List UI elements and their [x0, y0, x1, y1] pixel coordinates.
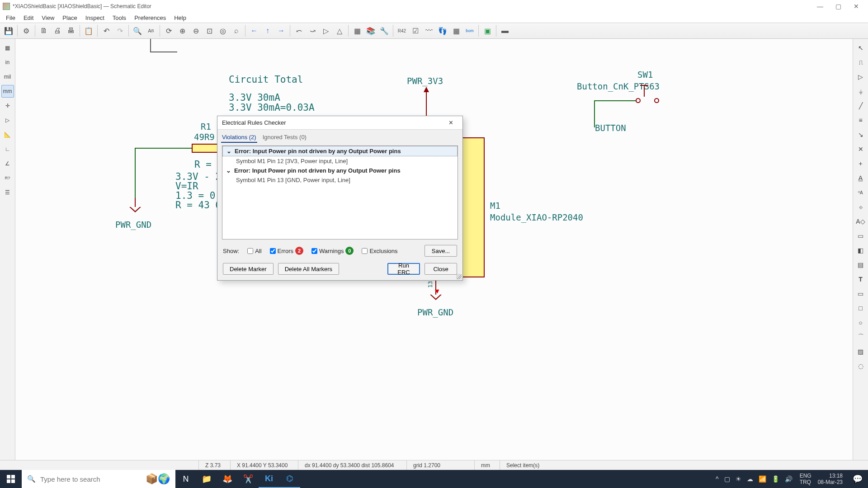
zoom-in-icon[interactable]: ⊕: [176, 25, 188, 37]
tab-ignored[interactable]: Ignored Tests (0): [262, 132, 307, 143]
delete-icon[interactable]: ◌: [854, 360, 867, 372]
chevron-down-icon[interactable]: ⌄: [226, 148, 232, 155]
menu-help[interactable]: Help: [170, 14, 190, 22]
highlight-net-icon[interactable]: ⎍: [854, 56, 867, 69]
tab-violations[interactable]: Violations (2): [221, 132, 257, 143]
menu-view[interactable]: View: [38, 14, 58, 22]
symbol-editor-icon[interactable]: ▦: [351, 25, 363, 37]
save-icon[interactable]: 💾: [3, 25, 14, 37]
add-power-icon[interactable]: ⏚: [854, 85, 867, 98]
cursor-shape-icon[interactable]: ✛: [1, 99, 14, 112]
violations-list[interactable]: ⌄ Error: Input Power pin not driven by a…: [222, 145, 458, 239]
sheet-pin-icon[interactable]: ◧: [854, 244, 867, 257]
undo-icon[interactable]: ↶: [100, 25, 112, 37]
unit-mm[interactable]: mm: [1, 85, 14, 98]
notifications-icon[interactable]: 💬: [847, 470, 868, 488]
find-replace-icon[interactable]: AB: [145, 25, 157, 37]
annotate-tool-icon[interactable]: R?: [1, 172, 14, 184]
ortho-icon[interactable]: ∟: [1, 143, 14, 155]
filter-exclusions[interactable]: Exclusions: [362, 248, 397, 254]
bom-icon[interactable]: bom: [464, 25, 476, 37]
no-connect-icon[interactable]: ✕: [854, 143, 867, 155]
chevron-down-icon[interactable]: ⌄: [226, 167, 231, 174]
refresh-icon[interactable]: ⟳: [163, 25, 175, 37]
mirror-h-icon[interactable]: ▷: [320, 25, 332, 37]
arc-icon[interactable]: ⌒: [854, 331, 867, 343]
rotate-ccw-icon[interactable]: ⤺: [293, 25, 305, 37]
filter-warnings[interactable]: Warnings 0: [311, 247, 354, 255]
paste-icon[interactable]: 📋: [83, 25, 94, 37]
sheet-icon[interactable]: ▭: [854, 230, 867, 242]
net-label-icon[interactable]: A: [854, 172, 867, 184]
close-dialog-button[interactable]: Close: [425, 263, 457, 275]
resistor-r1[interactable]: [192, 144, 219, 153]
tray-volume-icon[interactable]: 🔊: [782, 475, 795, 483]
text-icon[interactable]: T: [854, 273, 867, 286]
violation-1-detail[interactable]: Symbol M1 Pin 12 [3V3, Power input, Line…: [222, 156, 458, 166]
nav-back-icon[interactable]: ←: [248, 25, 260, 37]
nav-fwd-icon[interactable]: →: [275, 25, 287, 37]
filter-all[interactable]: All: [247, 248, 261, 254]
violation-2[interactable]: ⌄ Error: Input Power pin not driven by a…: [222, 166, 458, 175]
run-erc-button[interactable]: Run ERC: [387, 263, 420, 275]
pcb-editor-icon[interactable]: ▣: [481, 25, 493, 37]
zoom-object-icon[interactable]: ◎: [217, 25, 229, 37]
scripting-console-icon[interactable]: ▬: [499, 25, 511, 37]
task-firefox-icon[interactable]: 🦊: [217, 470, 238, 488]
save-report-button[interactable]: Save...: [425, 245, 457, 257]
tray-meet-now-icon[interactable]: ▢: [722, 475, 733, 483]
tray-chevron-up-icon[interactable]: ^: [713, 475, 722, 483]
free-angle-icon[interactable]: 📐: [1, 128, 14, 141]
add-symbol-icon[interactable]: ▷: [854, 70, 867, 83]
grid-toggle-icon[interactable]: ▦: [1, 42, 14, 54]
redo-icon[interactable]: ↷: [114, 25, 126, 37]
zoom-out-icon[interactable]: ⊖: [190, 25, 202, 37]
browse-symbols-icon[interactable]: 📚: [365, 25, 377, 37]
page-settings-icon[interactable]: 🗎: [38, 25, 50, 37]
hidden-pins-icon[interactable]: ▷: [1, 114, 14, 127]
image-icon[interactable]: ▨: [854, 345, 867, 358]
rect-icon[interactable]: □: [854, 302, 867, 314]
hierarchy-icon[interactable]: ☰: [1, 186, 14, 199]
add-wire-icon[interactable]: ╱: [854, 99, 867, 112]
schematic-canvas[interactable]: Circuit Total 3.3V 30mA 3.3V 30mA=0.03A …: [15, 39, 853, 460]
menu-place[interactable]: Place: [58, 14, 81, 22]
hier-sheet-icon[interactable]: ▤: [854, 258, 867, 271]
task-snip-icon[interactable]: ✂️: [238, 470, 259, 488]
select-tool-icon[interactable]: ↖: [854, 42, 867, 54]
task-vscode-icon[interactable]: ⌬: [279, 470, 300, 488]
print-icon[interactable]: 🖨: [52, 25, 63, 37]
filter-exclusions-checkbox[interactable]: [362, 248, 368, 254]
rotate-cw-icon[interactable]: ⤻: [307, 25, 318, 37]
global-label-icon[interactable]: ⟐: [854, 201, 867, 213]
45deg-icon[interactable]: ∠: [1, 157, 14, 170]
annotate-icon[interactable]: R42: [396, 25, 408, 37]
zoom-selection-icon[interactable]: ⌕: [231, 25, 242, 37]
simulator-icon[interactable]: 〰: [423, 25, 435, 37]
start-button[interactable]: [0, 470, 22, 488]
erc-icon[interactable]: ☑: [410, 25, 421, 37]
find-icon[interactable]: 🔍: [132, 25, 143, 37]
nav-up-icon[interactable]: ↑: [262, 25, 274, 37]
close-window-button[interactable]: ✕: [847, 0, 865, 12]
tray-weather-icon[interactable]: ☀: [733, 475, 744, 483]
erc-close-x-icon[interactable]: ✕: [443, 117, 458, 128]
filter-all-checkbox[interactable]: [247, 248, 253, 254]
violation-1[interactable]: ⌄ Error: Input Power pin not driven by a…: [222, 146, 458, 156]
tray-battery-icon[interactable]: 🔋: [769, 475, 782, 483]
junction-icon[interactable]: +: [854, 157, 867, 170]
tray-onedrive-icon[interactable]: ☁: [744, 475, 756, 483]
menu-file[interactable]: File: [2, 14, 19, 22]
task-explorer-icon[interactable]: 📁: [196, 470, 217, 488]
add-bus-icon[interactable]: ≡: [854, 114, 867, 127]
task-notion-icon[interactable]: N: [175, 470, 196, 488]
assign-footprints-icon[interactable]: 👣: [437, 25, 448, 37]
hier-label-icon[interactable]: A◇: [854, 215, 867, 228]
filter-warnings-checkbox[interactable]: [311, 248, 317, 254]
menu-inspect[interactable]: Inspect: [81, 14, 108, 22]
unit-mil[interactable]: mil: [1, 70, 14, 83]
netclass-icon[interactable]: ºA: [854, 186, 867, 199]
erc-dialog-title-bar[interactable]: Electrical Rules Checker ✕: [217, 116, 462, 130]
violation-2-detail[interactable]: Symbol M1 Pin 13 [GND, Power input, Line…: [222, 175, 458, 185]
menu-preferences[interactable]: Preferences: [130, 14, 170, 22]
